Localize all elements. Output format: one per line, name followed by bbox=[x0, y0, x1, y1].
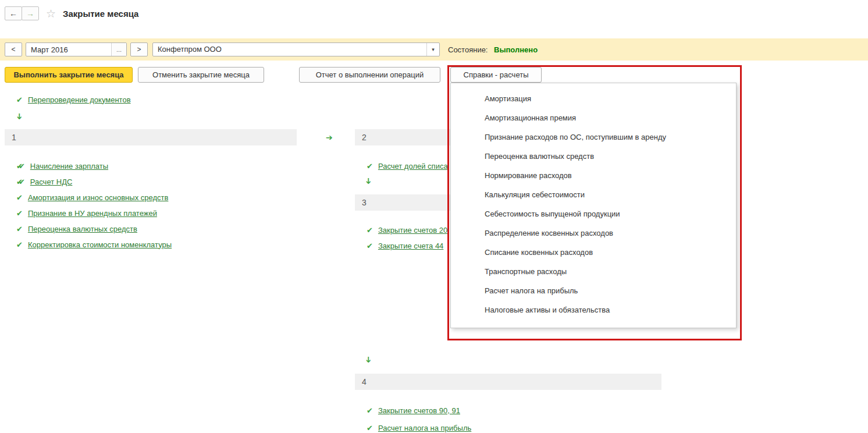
chevron-down-icon[interactable]: ▾ bbox=[426, 43, 439, 56]
right-arrow-icon: ➔ bbox=[326, 133, 333, 142]
block2-row: ✔ Расчет долей списа bbox=[367, 161, 448, 171]
status-value: Выполнено bbox=[494, 45, 538, 54]
block1-item-link[interactable]: Корректировка стоимости номенклатуры bbox=[28, 240, 172, 249]
period-bar: < ... > Конфетпром ООО ▾ Состояние: Выпо… bbox=[0, 38, 868, 61]
block3-row: ✔ Закрытие счета 44 bbox=[367, 240, 443, 251]
company-value: Конфетпром ООО bbox=[153, 43, 426, 56]
menu-item[interactable]: Транспортные расходы bbox=[451, 262, 736, 281]
menu-item[interactable]: Амортизация bbox=[451, 89, 736, 108]
block1-row: ✔ Корректировка стоимости номенклатуры bbox=[16, 239, 172, 250]
period-field-group: ... bbox=[26, 42, 127, 56]
favorite-star-icon[interactable]: ☆ bbox=[46, 7, 56, 20]
menu-item[interactable]: Списание косвенных расходов bbox=[451, 243, 736, 262]
block4-item-link[interactable]: Расчет налога на прибыль bbox=[378, 424, 471, 432]
block1-row: ✔ Переоценка валютных средств bbox=[16, 223, 137, 234]
check-icon: ✔ bbox=[367, 162, 373, 171]
block1-number: 1 bbox=[12, 133, 16, 142]
check-icon: ✔ bbox=[367, 226, 373, 235]
check-icon: ✔ bbox=[16, 240, 23, 249]
block1-header: 1 bbox=[5, 129, 297, 145]
block1-row: ✔ Амортизация и износ основных средств bbox=[16, 192, 168, 203]
period-picker-button[interactable]: ... bbox=[111, 43, 126, 56]
double-check-icon: ✔✔ bbox=[16, 178, 25, 186]
menu-item[interactable]: Калькуляция себестоимости bbox=[451, 185, 736, 204]
block4-header: 4 bbox=[355, 374, 661, 390]
period-input[interactable] bbox=[26, 43, 111, 56]
company-select[interactable]: Конфетпром ООО ▾ bbox=[152, 42, 440, 56]
block4-row: ✔ Расчет налога на прибыль bbox=[367, 423, 471, 433]
status-label: Состояние: bbox=[448, 45, 488, 54]
block1-item-link[interactable]: Переоценка валютных средств bbox=[28, 225, 137, 233]
forward-arrow-icon: → bbox=[26, 9, 34, 18]
block3-item-link[interactable]: Закрытие счетов 20 bbox=[378, 226, 447, 235]
block3-item-link[interactable]: Закрытие счета 44 bbox=[378, 242, 443, 250]
double-check-icon: ✔✔ bbox=[16, 162, 25, 171]
check-icon: ✔ bbox=[16, 209, 23, 218]
check-icon: ✔ bbox=[16, 193, 23, 202]
block3-number: 3 bbox=[362, 198, 367, 207]
check-icon: ✔ bbox=[367, 406, 373, 415]
block1-item-link[interactable]: Расчет НДС bbox=[30, 178, 73, 186]
down-arrow-icon: ➔ bbox=[15, 113, 24, 120]
reposting-row: ✔ Перепроведение документов bbox=[16, 94, 131, 105]
menu-item[interactable]: Переоценка валютных средств bbox=[451, 147, 736, 166]
reposting-link[interactable]: Перепроведение документов bbox=[28, 95, 131, 104]
run-month-closing-button[interactable]: Выполнить закрытие месяца bbox=[5, 67, 133, 83]
block4-row: ✔ Закрытие счетов 90, 91 bbox=[367, 405, 460, 416]
reports-calculations-menu: Амортизация Амортизационная премия Призн… bbox=[450, 83, 737, 328]
menu-item[interactable]: Нормирование расходов bbox=[451, 166, 736, 185]
block4-item-link[interactable]: Закрытие счетов 90, 91 bbox=[378, 406, 460, 415]
menu-item[interactable]: Распределение косвенных расходов bbox=[451, 223, 736, 243]
menu-item[interactable]: Расчет налога на прибыль bbox=[451, 281, 736, 300]
menu-item[interactable]: Налоговые активы и обязательства bbox=[451, 300, 736, 320]
block2-item-link[interactable]: Расчет долей списа bbox=[378, 162, 448, 171]
block1-row: ✔ Признание в НУ арендных платежей bbox=[16, 208, 157, 218]
next-period-button[interactable]: > bbox=[130, 42, 148, 56]
prev-period-button[interactable]: < bbox=[5, 42, 22, 56]
check-icon: ✔ bbox=[16, 225, 23, 233]
back-arrow-icon: ← bbox=[9, 9, 17, 18]
menu-item[interactable]: Признание расходов по ОС, поступившим в … bbox=[451, 127, 736, 147]
block4-number: 4 bbox=[362, 377, 367, 386]
block1-row: ✔✔ Начисление зарплаты bbox=[16, 161, 108, 171]
block2-number: 2 bbox=[362, 133, 367, 142]
block1-row: ✔✔ Расчет НДС bbox=[16, 176, 72, 187]
block1-item-link[interactable]: Начисление зарплаты bbox=[30, 162, 108, 171]
down-arrow-icon: ➔ bbox=[364, 178, 373, 184]
block3-row: ✔ Закрытие счетов 20 bbox=[367, 225, 447, 235]
reports-calculations-button[interactable]: Справки - расчеты bbox=[450, 67, 542, 83]
menu-item[interactable]: Амортизационная премия bbox=[451, 108, 736, 127]
page-title: Закрытие месяца bbox=[63, 9, 138, 19]
check-icon: ✔ bbox=[367, 424, 373, 432]
menu-item[interactable]: Себестоимость выпущеной продукции bbox=[451, 204, 736, 223]
cancel-month-closing-button[interactable]: Отменить закрытие месяца bbox=[138, 67, 264, 83]
check-icon: ✔ bbox=[367, 242, 373, 250]
titlebar: ← → ☆ Закрытие месяца bbox=[5, 6, 138, 21]
block1-item-link[interactable]: Признание в НУ арендных платежей bbox=[28, 209, 157, 218]
down-arrow-icon: ➔ bbox=[364, 356, 373, 363]
block1-item-link[interactable]: Амортизация и износ основных средств bbox=[28, 193, 168, 202]
operations-report-button[interactable]: Отчет о выполнении операций bbox=[299, 67, 440, 83]
check-icon: ✔ bbox=[16, 95, 23, 104]
back-button[interactable]: ← bbox=[5, 6, 22, 20]
forward-button[interactable]: → bbox=[22, 6, 39, 20]
